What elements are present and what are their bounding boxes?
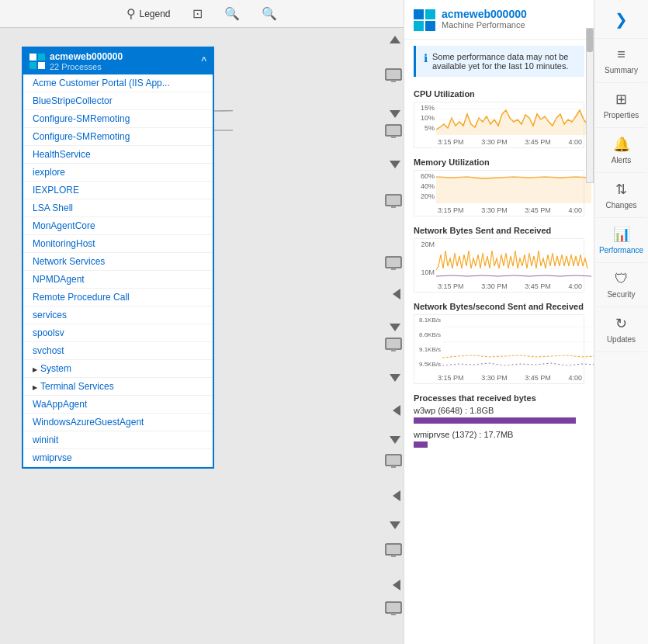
process-item[interactable]: wmiprvse [23, 449, 213, 467]
process-item[interactable]: MonAgentCore [23, 217, 213, 235]
nav-item-summary[interactable]: ≡ Summary [596, 39, 646, 83]
process-item[interactable]: WaAppAgent [23, 396, 213, 414]
svg-marker-12 [390, 161, 400, 168]
scroll-right-arrow-1[interactable] [391, 287, 402, 303]
fit-button[interactable]: ⊡ [186, 3, 209, 24]
svg-marker-17 [393, 289, 400, 299]
scroll-up-arrow[interactable] [388, 34, 402, 47]
nav-item-properties[interactable]: ⊞ Properties [596, 83, 646, 128]
nav-label-changes: Changes [605, 201, 636, 209]
nav-item-updates[interactable]: ↻ Updates [596, 307, 646, 352]
process-item[interactable]: BlueStripeCollector [23, 92, 213, 110]
svg-marker-18 [390, 324, 400, 331]
process-bytes-item: wmiprvse (1372) : 17.7MB [414, 430, 584, 448]
cpu-chart: 15% 10% 5% 3:15 PM 3:30 PM 3:45 PM [414, 102, 584, 148]
svg-marker-27 [390, 521, 400, 529]
map-area: ⚲ Legend ⊡ 🔍 🔍 [0, 0, 404, 644]
scroll-down-arrow-5[interactable] [388, 435, 402, 448]
monitor-icon-8 [385, 601, 402, 618]
scroll-down-arrow-1[interactable] [388, 109, 402, 122]
nav-label-summary: Summary [605, 66, 638, 74]
svg-rect-25 [391, 466, 396, 468]
memory-time-labels: 3:15 PM 3:30 PM 3:45 PM 4:00 [436, 206, 584, 214]
process-item[interactable]: Network Services [23, 253, 213, 271]
process-item[interactable]: wininit [23, 431, 213, 449]
network-per-sec-chart-section: Network Bytes/second Sent and Received 8… [414, 302, 584, 384]
nav-label-properties: Properties [604, 111, 639, 119]
svg-marker-22 [393, 405, 400, 416]
detail-header: acmeweb000000 Machine Performance [404, 0, 594, 40]
svg-marker-23 [390, 436, 400, 444]
svg-marker-26 [393, 490, 400, 501]
svg-rect-29 [391, 555, 396, 557]
svg-rect-11 [391, 136, 396, 138]
legend-button[interactable]: ⚲ Legend [120, 3, 176, 24]
process-item[interactable]: System [23, 360, 213, 378]
info-icon: ℹ [424, 52, 428, 71]
cpu-time-labels: 3:15 PM 3:30 PM 3:45 PM 4:00 [436, 138, 584, 146]
process-item[interactable]: IEXPLORE [23, 182, 213, 199]
scroll-down-arrow-6[interactable] [388, 520, 402, 533]
svg-rect-15 [386, 257, 401, 268]
monitor-icon-6 [385, 454, 402, 470]
nav-item-performance[interactable]: 📊 Performance [596, 218, 646, 263]
process-item[interactable]: Terminal Services [23, 378, 213, 396]
windows-logo [29, 54, 45, 69]
process-item[interactable]: Configure-SMRemoting [23, 110, 213, 128]
scroll-right-arrow-3[interactable] [391, 489, 402, 505]
scrollbar-thumb[interactable] [587, 29, 593, 52]
zoom-out-button[interactable]: 🔍 [218, 3, 246, 24]
monitor-icon-4 [385, 256, 402, 272]
detail-machine-name: acmeweb000000 [442, 8, 527, 20]
fit-icon: ⊡ [192, 6, 203, 21]
process-item[interactable]: iexplore [23, 164, 213, 182]
svg-marker-9 [390, 110, 400, 118]
toolbar: ⚲ Legend ⊡ 🔍 🔍 [0, 0, 404, 28]
monitor-icon-2 [385, 124, 402, 140]
nav-chevron-button[interactable]: ❯ [594, 0, 648, 39]
legend-icon: ⚲ [126, 6, 136, 21]
network-bytes-time-labels: 3:15 PM 3:30 PM 3:45 PM 4:00 [436, 282, 584, 290]
scroll-right-arrow-2[interactable] [391, 403, 402, 420]
process-item[interactable]: NPMDAgent [23, 271, 213, 289]
memory-chart-labels: 60% 40% 20% [414, 171, 436, 202]
nav-item-security[interactable]: 🛡 Security [596, 263, 646, 307]
cpu-chart-labels: 15% 10% 5% [414, 102, 436, 133]
nav-item-changes[interactable]: ⇅ Changes [596, 173, 646, 218]
svg-marker-6 [390, 36, 400, 43]
process-item[interactable]: Acme Customer Portal (IIS App... [23, 74, 213, 92]
process-item[interactable]: spoolsv [23, 324, 213, 342]
svg-rect-16 [391, 268, 396, 270]
charts-area: CPU Utilization 15% 10% 5% 3:15 [404, 83, 594, 644]
process-item[interactable]: svchost [23, 342, 213, 360]
network-per-sec-chart: 8.1KB/s 8.6KB/s 9.1KB/s 9.5KB/s 3:15 [414, 314, 584, 384]
network-bytes-labels: 20M 10M [414, 239, 436, 278]
svg-rect-24 [386, 455, 401, 466]
svg-rect-20 [391, 349, 396, 351]
scroll-down-arrow-3[interactable] [388, 322, 402, 335]
zoom-out-icon: 🔍 [224, 6, 240, 21]
detail-panel: acmeweb000000 Machine Performance ℹ Some… [404, 0, 594, 644]
process-item[interactable]: services [23, 306, 213, 324]
zoom-in-button[interactable]: 🔍 [255, 3, 283, 24]
nav-icon-updates: ↻ [615, 315, 627, 332]
process-item[interactable]: WindowsAzureGuestAgent [23, 414, 213, 431]
collapse-button[interactable]: ^ [201, 55, 206, 68]
process-item[interactable]: MonitoringHost [23, 235, 213, 253]
network-bytes-chart: 20M 10M 3:15 PM 3:30 PM 3:45 PM 4:00 [414, 238, 584, 293]
nav-item-alerts[interactable]: 🔔 Alerts [596, 128, 646, 173]
process-item[interactable]: Remote Procedure Call [23, 289, 213, 306]
svg-rect-31 [386, 602, 401, 613]
process-box-header: acmeweb000000 22 Processes ^ [23, 48, 213, 74]
process-item[interactable]: LSA Shell [23, 199, 213, 217]
monitor-icon-3 [385, 194, 402, 210]
scroll-down-arrow-4[interactable] [388, 372, 402, 386]
scrollbar[interactable] [586, 28, 594, 183]
process-item[interactable]: Configure-SMRemoting [23, 128, 213, 146]
process-item[interactable]: HealthService [23, 146, 213, 164]
nav-icon-changes: ⇅ [615, 181, 627, 198]
scroll-right-arrow-4[interactable] [391, 578, 402, 594]
scroll-down-arrow-2[interactable] [388, 159, 402, 172]
cpu-chart-section: CPU Utilization 15% 10% 5% 3:15 [414, 89, 584, 148]
network-per-sec-time-labels: 3:15 PM 3:30 PM 3:45 PM 4:00 [436, 374, 584, 382]
